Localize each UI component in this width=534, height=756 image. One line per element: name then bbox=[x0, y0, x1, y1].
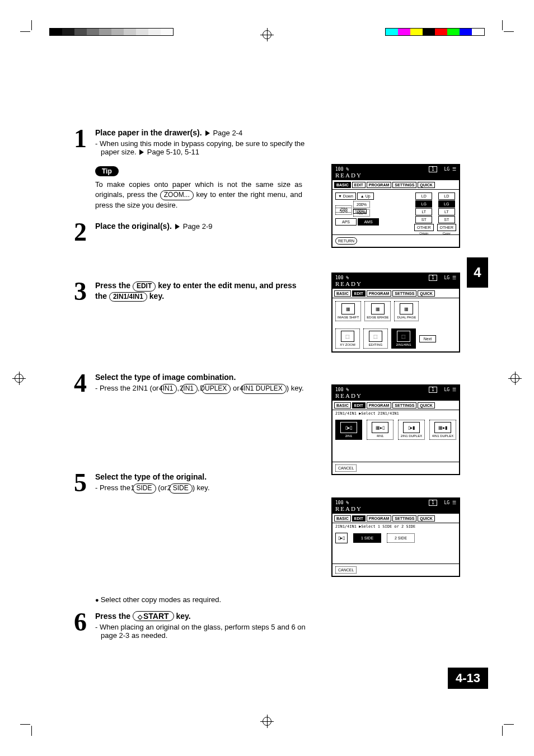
status-ready: READY bbox=[335, 172, 362, 179]
step-6: 6 Press the START key. When placing an o… bbox=[74, 609, 309, 640]
tab-program: PROGRAM bbox=[367, 290, 392, 297]
edgeerase-btn: ▦EDGE ERASE bbox=[364, 301, 391, 321]
origin-label: Origin bbox=[419, 232, 428, 235]
grayscale-bar bbox=[49, 28, 174, 36]
step-sub-b: (or bbox=[158, 483, 167, 492]
tab-settings: SETTINGS bbox=[392, 290, 416, 297]
registration-mark bbox=[12, 372, 26, 385]
100pct-indicator: 100% bbox=[353, 209, 367, 214]
1side-key: 1 SIDE bbox=[133, 483, 156, 494]
lg-btn: LG bbox=[438, 200, 455, 208]
page-reference: Page 2-4 bbox=[213, 129, 242, 137]
tab-edit: EDIT bbox=[352, 515, 366, 522]
step-subtext: When placing an original on the glass, p… bbox=[95, 623, 309, 640]
step-title-c: key. bbox=[149, 292, 164, 300]
step-title-a: Press the bbox=[95, 281, 130, 290]
status-ready: READY bbox=[335, 392, 362, 399]
other-btn: OTHER bbox=[414, 224, 434, 231]
imageshift-btn: ▦IMAGE SHIFT bbox=[335, 301, 361, 321]
st-btn: ST bbox=[415, 216, 432, 223]
tip-badge: Tip bbox=[95, 166, 119, 176]
cancel-btn: CANCEL bbox=[335, 566, 357, 574]
tab-program: PROGRAM bbox=[367, 515, 392, 522]
step-number: 2 bbox=[74, 219, 91, 245]
2in1-option: ▯▸▯2IN1 bbox=[335, 420, 362, 440]
breadcrumb: 2IN1/4IN1 ▶Select 1 SIDE or 2 SIDE bbox=[332, 523, 459, 530]
down-btn: ▼ Down bbox=[335, 192, 356, 200]
2side-option: 2 SIDE bbox=[387, 533, 415, 543]
ld-btn: LD bbox=[438, 192, 455, 200]
4in1-duplex-option: ▦▸▮4IN1 DUPLEX bbox=[429, 420, 456, 440]
copy-count: 1 bbox=[429, 500, 437, 506]
paper-size: LG bbox=[444, 500, 450, 505]
step-3: 3 Press the EDIT key to enter the edit m… bbox=[74, 279, 309, 304]
tab-basic: BASIC bbox=[334, 515, 351, 522]
step-number: 3 bbox=[74, 279, 91, 304]
step-number: 6 bbox=[74, 609, 91, 640]
2in1-4in1-btn: ⬚2IN1/4IN1 bbox=[391, 328, 416, 349]
tip-text: To make copies onto paper which is not t… bbox=[95, 180, 302, 210]
duplex-key: DUPLEX bbox=[202, 384, 231, 394]
start-key: START bbox=[133, 611, 174, 621]
4in1-option: ▦▸▯4IN1 bbox=[367, 420, 394, 440]
2in1-4in1-key: 2IN1/4IN1 bbox=[109, 292, 147, 302]
page-content: 4 4-13 1 Place paper in the drawer(s). P… bbox=[74, 126, 460, 678]
step-number: 4 bbox=[74, 370, 91, 396]
tab-edit: EDIT bbox=[352, 290, 366, 297]
step-subtext: When using this mode in bypass copying, … bbox=[100, 139, 305, 156]
copy-count: 1 bbox=[429, 166, 437, 172]
cancel-btn: CANCEL bbox=[335, 464, 357, 472]
status-ready: READY bbox=[335, 505, 362, 512]
copy-count: 1 bbox=[429, 275, 437, 281]
tab-program: PROGRAM bbox=[367, 402, 392, 408]
bullet-note: Select other copy modes as required. bbox=[95, 595, 308, 604]
page-number: 4-13 bbox=[448, 668, 488, 689]
paper-size: LG bbox=[444, 275, 450, 280]
step-title: Place the original(s). bbox=[95, 222, 172, 231]
lcd-panel-zoom: 100 %READY 1 LG ☰ BASIC EDIT PROGRAM SET… bbox=[331, 164, 460, 248]
zoom-pct: 100 % bbox=[335, 500, 349, 505]
lg-btn: LG bbox=[415, 200, 432, 208]
lt-btn: LT bbox=[415, 208, 432, 215]
step-sub-a: Press the 2IN1 (or bbox=[100, 384, 159, 392]
tab-settings: SETTINGS bbox=[392, 182, 416, 188]
2side-key: 2 SIDE bbox=[169, 483, 193, 494]
tab-quick: QUICK bbox=[418, 515, 435, 522]
tab-program: PROGRAM bbox=[367, 182, 392, 188]
tab-basic: BASIC bbox=[334, 290, 351, 297]
tab-edit: EDIT bbox=[352, 402, 366, 408]
zoom-pct: 100 % bbox=[335, 387, 349, 392]
arrow-icon bbox=[205, 130, 210, 136]
mode-icon: ▯▸▯ bbox=[335, 533, 348, 543]
copy-label: Copy bbox=[443, 232, 451, 235]
comma: , bbox=[198, 384, 200, 392]
ams-btn: AMS bbox=[358, 218, 379, 226]
registration-mark bbox=[260, 715, 274, 728]
tab-quick: QUICK bbox=[418, 402, 435, 408]
lt-btn: LT bbox=[438, 208, 455, 215]
color-bar bbox=[385, 28, 485, 36]
zoom-key: ZOOM... bbox=[160, 190, 194, 200]
2in1-duplex-option: ▯▸▮2IN1 DUPLEX bbox=[398, 420, 425, 440]
step-2: 2 Place the original(s). Page 2-9 bbox=[74, 219, 309, 245]
lcd-panel-side-select: 100 %READY 1 LG ☰ BASIC EDIT PROGRAM SET… bbox=[331, 497, 460, 577]
lcd-panel-edit: 100 %READY 1 LG ☰ BASIC EDIT PROGRAM SET… bbox=[331, 273, 460, 353]
panel-tabs: BASIC EDIT PROGRAM SETTINGS QUICK bbox=[332, 401, 459, 410]
step-4: 4 Select the type of image combination. … bbox=[74, 370, 309, 396]
arrow-icon bbox=[139, 149, 144, 155]
2in1-key: 2IN1 bbox=[181, 384, 198, 394]
zoom-pct: 100 % bbox=[335, 167, 349, 172]
tab-basic: BASIC bbox=[334, 182, 351, 188]
up-btn: ▲ Up bbox=[357, 192, 374, 200]
xyzoom-btn: ⬚XY ZOOM bbox=[335, 328, 360, 349]
step-5: 5 Select the type of the original. Press… bbox=[74, 470, 309, 496]
tab-edit: EDIT bbox=[352, 182, 366, 188]
edit-key: EDIT bbox=[133, 281, 156, 292]
panel-tabs: BASIC EDIT PROGRAM SETTINGS QUICK bbox=[332, 514, 459, 523]
1side-option: 1 SIDE bbox=[353, 533, 381, 543]
page-reference: Page 5-10, 5-11 bbox=[147, 148, 199, 156]
status-ready: READY bbox=[335, 280, 362, 287]
aps-btn: APS bbox=[335, 218, 357, 226]
page-reference: Page 2-9 bbox=[183, 222, 213, 231]
breadcrumb: 2IN1/4IN1 ▶Select 2IN1/4IN1 bbox=[332, 410, 459, 417]
